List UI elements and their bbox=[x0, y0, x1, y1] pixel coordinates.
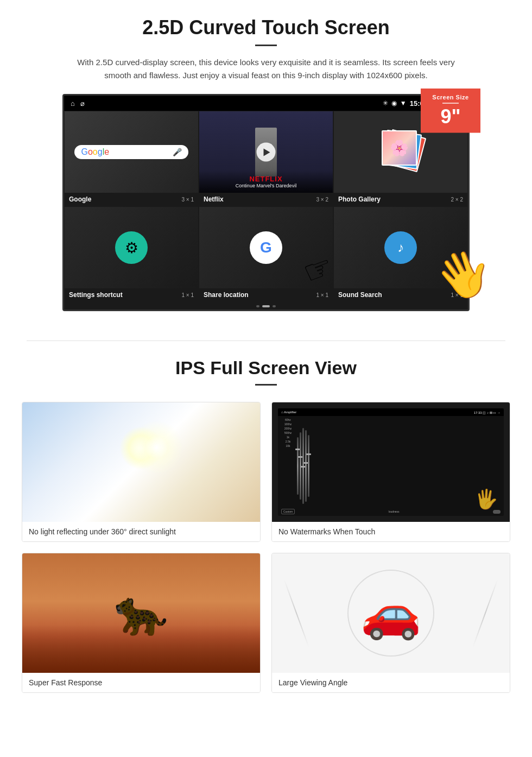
dot-2-active bbox=[262, 305, 270, 307]
feature-card-cheetah: 🐆 Super Fast Response bbox=[22, 553, 261, 693]
freq-1k: 1k bbox=[281, 436, 295, 439]
share-app-name: Share location bbox=[204, 291, 249, 299]
freq-100: 100hz bbox=[281, 422, 295, 426]
freq-labels: 60hz 100hz 200hz 500hz 1k 2.5k 10k bbox=[281, 418, 295, 514]
amp-main: 60hz 100hz 200hz 500hz 1k 2.5k 10k bbox=[278, 416, 504, 516]
sound-icon: ♪ bbox=[384, 231, 417, 264]
amp-screen: ⌂ Amplifier 17:33 ◫ ♪ ⊠ ▭ → 60hz 100hz 2… bbox=[278, 408, 504, 516]
features-grid: No light reflecting under 360° direct su… bbox=[22, 402, 510, 693]
car-bg: 🚗 bbox=[272, 553, 510, 673]
badge-underline bbox=[442, 103, 459, 104]
freq-500: 500hz bbox=[281, 431, 295, 434]
loudness-toggle bbox=[493, 510, 501, 514]
amp-bottom-bar: Custom loudness bbox=[281, 509, 501, 514]
car-image: 🚗 bbox=[272, 553, 510, 673]
sunlight-caption: No light reflecting under 360° direct su… bbox=[22, 522, 260, 541]
google-app-size: 3 × 1 bbox=[181, 197, 194, 203]
feature-card-amplifier: ⌂ Amplifier 17:33 ◫ ♪ ⊠ ▭ → 60hz 100hz 2… bbox=[271, 402, 510, 542]
ground-shadow bbox=[22, 625, 260, 673]
sound-label-row: Sound Search 1 × 1 bbox=[334, 288, 467, 301]
freq-200: 200hz bbox=[281, 427, 295, 430]
app-cell-netflix[interactable]: NETFLIX Continue Marvel's Daredevil Netf… bbox=[199, 111, 333, 206]
sunlight-bg bbox=[22, 402, 260, 522]
google-content: Google 🎤 bbox=[65, 111, 198, 193]
app-cell-share[interactable]: G ☞ Share location 1 × 1 bbox=[199, 206, 333, 302]
google-search-bar[interactable]: Google 🎤 bbox=[74, 145, 188, 159]
badge-size: 9" bbox=[428, 106, 473, 128]
section1-description: With 2.5D curved-display screen, this de… bbox=[76, 56, 456, 82]
freq-10k: 10k bbox=[281, 444, 295, 447]
section-divider bbox=[27, 340, 505, 341]
status-bar: ⌂ ⌀ ✳ ◉ ▼ 15:06 ◫ ♪ ⊠ ▭ bbox=[64, 96, 468, 111]
amplifier-image: ⌂ Amplifier 17:33 ◫ ♪ ⊠ ▭ → 60hz 100hz 2… bbox=[272, 402, 510, 522]
settings-content: ⚙ bbox=[65, 207, 198, 288]
app-grid-row1: Google 🎤 Google 3 × 1 bbox=[64, 111, 468, 206]
settings-label-row: Settings shortcut 1 × 1 bbox=[65, 288, 198, 301]
photo-card-3: 🌸 bbox=[382, 130, 417, 166]
section2-title: IPS Full Screen View bbox=[22, 357, 510, 379]
badge-label: Screen Size bbox=[428, 94, 473, 100]
sun-rays bbox=[119, 426, 163, 470]
play-button[interactable] bbox=[257, 143, 276, 162]
angle-line-left bbox=[283, 579, 309, 647]
play-icon bbox=[263, 148, 270, 156]
freq-2k5: 2.5k bbox=[281, 440, 295, 443]
mic-icon[interactable]: 🎤 bbox=[173, 148, 182, 156]
google-label-row: Google 3 × 1 bbox=[65, 193, 198, 206]
gallery-app-name: Photo Gallery bbox=[338, 195, 381, 203]
sound-app-size: 1 × 1 bbox=[451, 292, 463, 298]
photo-stack: 🌸 bbox=[379, 130, 422, 174]
gallery-app-size: 2 × 2 bbox=[451, 197, 463, 203]
eq-sliders bbox=[297, 418, 501, 514]
wifi-icon: ▼ bbox=[400, 99, 407, 107]
cheetah-caption: Super Fast Response bbox=[22, 673, 260, 692]
netflix-subtitle: Continue Marvel's Daredevil bbox=[204, 183, 328, 188]
app-cell-sound[interactable]: ♪ Sound Search 1 × 1 bbox=[333, 206, 468, 302]
share-icon: G bbox=[250, 231, 282, 264]
flower-icon: 🌸 bbox=[390, 139, 409, 157]
settings-app-name: Settings shortcut bbox=[69, 291, 123, 299]
eq-slider-3 bbox=[302, 428, 304, 504]
amplifier-bg: ⌂ Amplifier 17:33 ◫ ♪ ⊠ ▭ → 60hz 100hz 2… bbox=[272, 402, 510, 522]
google-app-name: Google bbox=[69, 195, 91, 203]
app-cell-google[interactable]: Google 🎤 Google 3 × 1 bbox=[64, 111, 199, 206]
cheetah-bg: 🐆 bbox=[22, 553, 260, 673]
loudness-label: loudness bbox=[389, 510, 400, 513]
feature-card-car: 🚗 Large Viewing Angle bbox=[271, 553, 510, 693]
custom-label: Custom bbox=[281, 509, 295, 514]
car-circle: 🚗 bbox=[347, 570, 434, 657]
google-bg: Google 🎤 bbox=[65, 111, 198, 193]
angle-line-right bbox=[473, 579, 498, 647]
netflix-app-size: 3 × 2 bbox=[316, 197, 328, 203]
screen-size-badge: Screen Size 9" bbox=[421, 89, 480, 133]
amp-time: 17:33 ◫ ♪ ⊠ ▭ → bbox=[474, 411, 501, 414]
pagination-dots bbox=[64, 302, 468, 310]
title-underline bbox=[255, 45, 277, 46]
status-left: ⌂ ⌀ bbox=[71, 99, 85, 108]
app-cell-settings[interactable]: ⚙ Settings shortcut 1 × 1 bbox=[64, 206, 199, 302]
android-screen: ⌂ ⌀ ✳ ◉ ▼ 15:06 ◫ ♪ ⊠ ▭ bbox=[62, 94, 470, 311]
amp-hand: 🖐 bbox=[474, 488, 498, 510]
eq-thumb-5 bbox=[306, 453, 311, 455]
sound-bg: ♪ bbox=[334, 207, 467, 288]
share-app-size: 1 × 1 bbox=[316, 292, 328, 298]
cheetah-image: 🐆 bbox=[22, 553, 260, 673]
netflix-label-row: Netflix 3 × 2 bbox=[199, 193, 333, 206]
share-label-row: Share location 1 × 1 bbox=[199, 288, 333, 301]
netflix-overlay: NETFLIX Continue Marvel's Daredevil bbox=[199, 171, 333, 193]
settings-app-size: 1 × 1 bbox=[181, 292, 194, 298]
section1-title: 2.5D Curved Touch Screen bbox=[33, 16, 499, 39]
section2-underline bbox=[255, 384, 277, 386]
netflix-bg: NETFLIX Continue Marvel's Daredevil bbox=[199, 111, 333, 193]
eq-slider-5 bbox=[308, 435, 309, 497]
freq-60: 60hz bbox=[281, 418, 295, 421]
sound-app-name: Sound Search bbox=[338, 291, 382, 299]
share-content: G ☞ bbox=[199, 207, 333, 288]
screen-wrapper: Screen Size 9" ⌂ ⌀ ✳ ◉ ▼ 15:06 ◫ bbox=[62, 94, 470, 311]
dot-1 bbox=[256, 305, 259, 307]
usb-icon: ⌀ bbox=[80, 99, 85, 108]
car-caption: Large Viewing Angle bbox=[272, 673, 510, 692]
bluetooth-icon: ✳ bbox=[383, 99, 388, 107]
sunlight-image bbox=[22, 402, 260, 522]
netflix-app-name: Netflix bbox=[204, 195, 224, 203]
